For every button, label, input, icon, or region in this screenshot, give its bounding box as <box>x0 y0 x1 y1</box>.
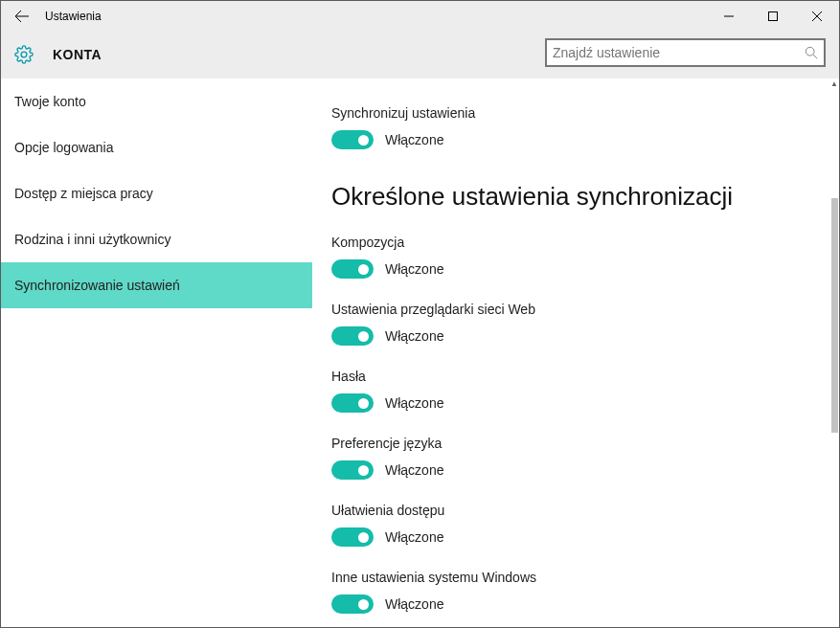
toggle-row: Włączone <box>331 259 820 279</box>
toggle-state: Włączone <box>385 462 443 478</box>
setting-label: Ustawienia przeglądarki sieci Web <box>331 302 820 317</box>
header: KONTA <box>1 31 839 78</box>
sidebar-item-work-access[interactable]: Dostęp z miejsca pracy <box>1 170 312 216</box>
toggle-row: Włączone <box>331 393 820 413</box>
setting-label: Preferencje języka <box>331 436 820 451</box>
minimize-button[interactable] <box>707 1 751 31</box>
toggle-state: Włączone <box>385 529 443 545</box>
setting-label: Ułatwienia dostępu <box>331 503 820 518</box>
setting-language-preferences: Preferencje języka Włączone <box>331 436 820 480</box>
scrollbar-up-icon[interactable]: ▲ <box>829 78 839 88</box>
sidebar-item-family-other-users[interactable]: Rodzina i inni użytkownicy <box>1 216 312 262</box>
setting-label: Synchronizuj ustawienia <box>331 105 820 121</box>
sidebar-item-signin-options[interactable]: Opcje logowania <box>1 124 312 170</box>
toggle-theme[interactable] <box>331 259 374 279</box>
setting-label: Kompozycja <box>331 235 820 250</box>
scrollbar-thumb[interactable] <box>831 198 838 433</box>
sidebar-item-label: Twoje konto <box>14 94 86 109</box>
page-title: KONTA <box>53 47 102 62</box>
search-box[interactable] <box>545 38 826 67</box>
sidebar: Twoje konto Opcje logowania Dostęp z mie… <box>1 78 312 627</box>
toggle-sync-settings[interactable] <box>331 130 374 149</box>
sidebar-item-label: Dostęp z miejsca pracy <box>14 186 153 201</box>
setting-web-browser: Ustawienia przeglądarki sieci Web Włączo… <box>331 302 820 346</box>
back-button[interactable] <box>1 1 43 31</box>
titlebar: Ustawienia <box>1 1 839 31</box>
sidebar-item-label: Opcje logowania <box>14 140 114 155</box>
maximize-icon <box>768 11 778 21</box>
toggle-web-browser[interactable] <box>331 326 374 346</box>
window-controls <box>707 1 839 31</box>
sidebar-item-sync-settings[interactable]: Synchronizowanie ustawień <box>1 262 312 308</box>
back-arrow-icon <box>14 9 30 24</box>
toggle-state: Włączone <box>385 261 443 277</box>
svg-point-4 <box>806 47 814 56</box>
setting-ease-of-access: Ułatwienia dostępu Włączone <box>331 503 820 547</box>
maximize-button[interactable] <box>751 1 795 31</box>
toggle-language-preferences[interactable] <box>331 460 374 480</box>
toggle-row: Włączone <box>331 527 820 547</box>
toggle-row: Włączone <box>331 326 820 346</box>
main-area: Twoje konto Opcje logowania Dostęp z mie… <box>1 78 839 627</box>
setting-label: Hasła <box>331 369 820 384</box>
settings-window: Ustawienia KONTA Twoje konto <box>0 0 840 628</box>
svg-line-5 <box>813 55 817 58</box>
toggle-row: Włączone <box>331 594 820 614</box>
minimize-icon <box>724 11 734 21</box>
sidebar-item-label: Rodzina i inni użytkownicy <box>14 232 170 247</box>
svg-rect-1 <box>769 11 778 20</box>
toggle-state: Włączone <box>385 328 443 344</box>
content-panel: Synchronizuj ustawienia Włączone Określo… <box>312 78 839 627</box>
window-title: Ustawienia <box>45 10 102 23</box>
toggle-state: Włączone <box>385 596 443 612</box>
setting-other-windows-settings: Inne ustawienia systemu Windows Włączone <box>331 570 820 614</box>
section-heading: Określone ustawienia synchronizacji <box>331 182 820 212</box>
gear-icon <box>14 45 34 64</box>
sidebar-item-label: Synchronizowanie ustawień <box>14 278 180 293</box>
setting-passwords: Hasła Włączone <box>331 369 820 413</box>
toggle-state: Włączone <box>385 395 443 411</box>
toggle-ease-of-access[interactable] <box>331 527 374 547</box>
scrollbar[interactable]: ▲ <box>829 78 839 627</box>
sidebar-item-your-account[interactable]: Twoje konto <box>1 78 312 124</box>
toggle-passwords[interactable] <box>331 393 374 413</box>
setting-label: Inne ustawienia systemu Windows <box>331 570 820 585</box>
toggle-state: Włączone <box>385 132 443 147</box>
toggle-row: Włączone <box>331 130 820 149</box>
toggle-row: Włączone <box>331 460 820 480</box>
setting-sync-settings: Synchronizuj ustawienia Włączone <box>331 105 820 149</box>
close-icon <box>812 11 822 21</box>
search-input[interactable] <box>547 43 799 62</box>
search-icon <box>799 46 824 59</box>
setting-theme: Kompozycja Włączone <box>331 235 820 279</box>
toggle-other-windows-settings[interactable] <box>331 594 374 614</box>
close-button[interactable] <box>795 1 839 31</box>
